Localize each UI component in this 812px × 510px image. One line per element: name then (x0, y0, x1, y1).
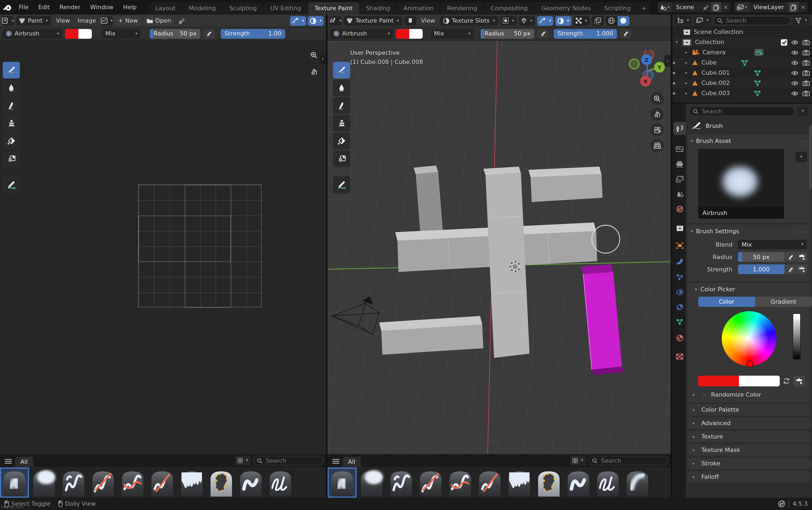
viewport-pan-button[interactable] (650, 108, 664, 121)
viewport-canvas[interactable]: User Perspective (1) Cube.008 | Cube.008… (328, 41, 671, 454)
viewport-falloff-button[interactable]: ▾ (555, 16, 571, 26)
mesh-data-icon[interactable] (741, 59, 748, 66)
tab-animation[interactable]: Animation (397, 2, 440, 15)
viewport-mode-dropdown[interactable]: Texture Paint▾ (344, 16, 402, 26)
swap-colors-icon[interactable] (782, 377, 790, 385)
viewport-strength-pressure-button[interactable] (620, 29, 632, 38)
shelf-search[interactable] (253, 456, 324, 465)
strength-slider[interactable]: 1.000 (738, 264, 785, 274)
menu-file[interactable]: File (14, 0, 34, 15)
tab-sculpting[interactable]: Sculpting (223, 2, 263, 15)
shelf-menu-icon[interactable] (1, 456, 15, 466)
secondary-color[interactable] (739, 376, 780, 387)
image-radius-pressure-button[interactable] (203, 29, 215, 38)
tab-view-layer[interactable] (673, 172, 686, 186)
section-texture[interactable]: ▸Texture (687, 431, 810, 442)
brush-thumbnail-smear-lasso[interactable] (207, 468, 236, 498)
vp-brush-smear[interactable] (446, 468, 475, 498)
image-zoom-button[interactable] (307, 48, 321, 62)
vp-brush-drip[interactable] (505, 468, 534, 498)
brush-preview[interactable]: Airbrush (698, 149, 784, 219)
paint-color-swatches[interactable] (65, 29, 92, 38)
disable-render-icon[interactable] (802, 90, 810, 96)
image-radius-slider[interactable]: Radius50 px (150, 29, 200, 38)
outliner-row-cube002[interactable]: ▸ Cube.002 (672, 78, 812, 88)
menu-render[interactable]: Render (55, 0, 85, 15)
viewport-color-swatches[interactable] (396, 29, 423, 38)
outliner-display-mode-button[interactable]: ▾ (674, 16, 692, 25)
properties-scrollbar[interactable] (809, 125, 811, 190)
outliner-row-cube001[interactable]: ▸ Cube.001 (672, 68, 812, 78)
image-image-menu[interactable]: Image (75, 17, 99, 24)
brush-thumbnail-blend[interactable] (30, 468, 59, 498)
tab-modeling[interactable]: Modeling (183, 2, 222, 15)
image-sidebar-toggle[interactable]: ‹ (320, 53, 326, 64)
blend-dropdown[interactable]: Mix▾ (738, 240, 807, 249)
hide-viewport-icon[interactable] (791, 60, 799, 65)
editor-type-button[interactable]: ▾ (2, 16, 14, 26)
properties-options-button[interactable]: ▾ (797, 106, 809, 116)
image-view-menu[interactable]: View (54, 17, 73, 24)
section-stroke[interactable]: ▸Stroke (687, 458, 810, 469)
image-strength-slider[interactable]: Strength1.00 (221, 29, 285, 38)
viewlayer-name[interactable]: ViewLayer (749, 4, 788, 11)
image-canvas[interactable]: ‹ (0, 41, 326, 454)
vp-shelf-search[interactable] (588, 456, 669, 465)
randomize-checkbox[interactable] (701, 392, 707, 398)
disable-render-icon[interactable] (802, 80, 810, 86)
overlays-button[interactable] (592, 16, 603, 26)
vp-brush-ink[interactable] (594, 468, 623, 498)
section-falloff[interactable]: ▸Falloff (687, 471, 810, 483)
brush-thumbnail-squiggle[interactable] (236, 468, 265, 498)
section-texture-mask[interactable]: ▸Texture Mask (687, 445, 810, 456)
color-wheel-cursor[interactable] (747, 361, 753, 368)
vp-shelf-tab-all[interactable]: All (342, 457, 361, 467)
vp-brush-smudge[interactable] (623, 468, 652, 498)
hide-viewport-icon[interactable] (791, 39, 799, 45)
brush-thumbnail-scratch[interactable] (89, 468, 118, 498)
disable-render-icon[interactable] (802, 60, 810, 65)
hide-viewport-icon[interactable] (791, 70, 799, 76)
image-mode-dropdown[interactable]: Paint▾ (16, 16, 51, 26)
brush-select-button[interactable]: ▾ (795, 151, 807, 162)
camera-wireframe[interactable] (332, 296, 379, 334)
menu-help[interactable]: Help (118, 0, 142, 15)
vp-draw-tool[interactable] (333, 62, 350, 79)
vp-shelf-search-input[interactable] (600, 456, 654, 464)
smear-tool[interactable] (3, 97, 20, 114)
texture-slots-dropdown[interactable]: Texture Slots▾ (440, 16, 498, 26)
hide-viewport-icon[interactable] (791, 80, 799, 86)
outliner-filter-button[interactable]: ▾ (793, 16, 810, 25)
viewport-radius-slider[interactable]: Radius50 px (481, 29, 534, 38)
texture-button[interactable]: ▾ (573, 16, 590, 26)
soften-tool[interactable] (3, 80, 20, 96)
outliner-row-collection[interactable]: ▾ Collection (672, 37, 812, 47)
color-tab[interactable]: Color (698, 296, 755, 307)
tab-object-data[interactable] (673, 315, 686, 328)
navigation-gizmo[interactable]: Z Y X (628, 51, 667, 91)
shelf-display-button[interactable]: ▾ (235, 456, 251, 465)
symmetry-button[interactable]: ▾ (518, 16, 535, 26)
vp-brush-blend[interactable] (357, 468, 386, 498)
shelf-search-input[interactable] (265, 456, 319, 464)
panel-grip-icon[interactable]: :::: (799, 229, 807, 234)
disable-render-icon[interactable] (802, 70, 810, 76)
collection-checkbox[interactable] (781, 39, 787, 46)
mesh-data-icon[interactable] (754, 90, 761, 96)
shading-wireframe-button[interactable] (605, 16, 617, 26)
brush-thumbnail-smear[interactable] (118, 468, 147, 498)
disable-render-icon[interactable] (802, 39, 810, 45)
brush-thumbnail-drip[interactable] (177, 468, 206, 498)
viewport-zoom-button[interactable] (650, 92, 664, 105)
tab-scripting[interactable]: Scripting (598, 2, 637, 15)
outliner-row-cube[interactable]: ▸ Cube (672, 57, 812, 68)
tab-physics[interactable] (673, 285, 686, 298)
brush-thumbnail-scribble[interactable] (59, 468, 88, 498)
menu-window[interactable]: Window (85, 0, 118, 15)
disable-render-icon[interactable] (802, 50, 810, 55)
image-new-button[interactable]: +New (115, 16, 141, 26)
vp-soften-tool[interactable] (333, 80, 350, 96)
vp-mask-tool[interactable] (333, 150, 350, 167)
collapse-icon[interactable]: ▾ (695, 287, 697, 291)
viewport-brush-dropdown[interactable]: Airbrush▾ (330, 29, 393, 38)
